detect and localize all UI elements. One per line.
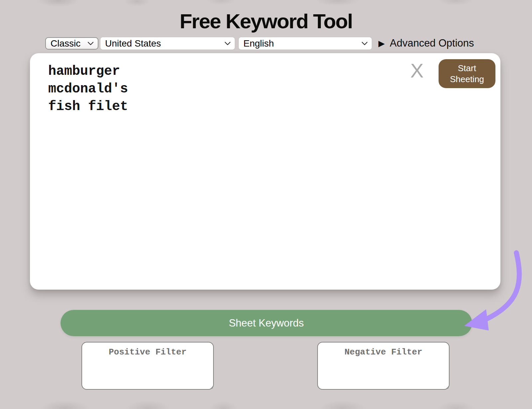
chevron-down-icon [224, 42, 231, 46]
chevron-down-icon [361, 42, 368, 46]
clear-keywords-button[interactable]: X [405, 60, 429, 81]
advanced-options-toggle[interactable]: ▶ Advanced Options [378, 37, 474, 50]
keywords-textarea[interactable]: hamburger mcdonald's fish filet [30, 53, 500, 290]
page-title: Free Keyword Tool [0, 9, 532, 33]
language-select[interactable]: English [239, 37, 372, 50]
chevron-down-icon [87, 42, 94, 46]
caret-right-icon: ▶ [378, 39, 385, 48]
start-sheeting-button[interactable]: Start Sheeting [439, 59, 495, 88]
positive-filter-input[interactable] [81, 342, 214, 390]
country-select-value: United States [105, 38, 161, 49]
negative-filter-input[interactable] [317, 342, 450, 390]
advanced-options-label: Advanced Options [390, 37, 474, 49]
mode-select[interactable]: Classic [45, 37, 98, 50]
language-select-value: English [243, 38, 274, 49]
sheet-keywords-button[interactable]: Sheet Keywords [61, 310, 472, 336]
country-select[interactable]: United States [100, 37, 235, 50]
mode-select-value: Classic [51, 38, 80, 49]
keyword-input-card: hamburger mcdonald's fish filet X Start … [30, 53, 500, 290]
